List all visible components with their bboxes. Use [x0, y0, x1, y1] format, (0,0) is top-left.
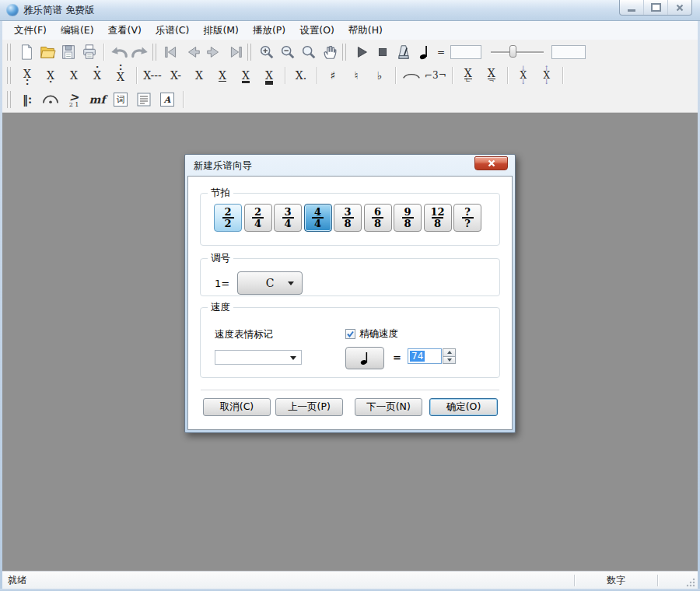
- redo-button[interactable]: [129, 42, 150, 62]
- tempo-value-field[interactable]: [450, 45, 481, 59]
- chevron-down-icon: [290, 356, 296, 360]
- dynamics-button[interactable]: mf: [86, 89, 109, 110]
- minimize-button[interactable]: [620, 0, 643, 15]
- metronome-button[interactable]: [393, 42, 414, 62]
- tempo-display-field[interactable]: [551, 45, 586, 59]
- dialog-separator: [201, 390, 499, 390]
- slur-button[interactable]: [400, 65, 423, 86]
- key-select[interactable]: C: [237, 271, 303, 295]
- menu-layout[interactable]: 排版(M): [196, 21, 246, 40]
- previous-page-button[interactable]: 上一页(P): [275, 398, 343, 416]
- print-icon: [81, 44, 98, 61]
- precise-tempo-checkbox[interactable]: [345, 329, 355, 339]
- next-page-button[interactable]: 下一页(N): [355, 398, 422, 416]
- tempo-expression-select[interactable]: [215, 350, 302, 365]
- print-button[interactable]: [79, 42, 100, 62]
- toolbar-separator: [452, 67, 453, 84]
- accent-button[interactable]: >2 1: [62, 89, 86, 110]
- octave-down-2-button[interactable]: X• •: [16, 65, 39, 86]
- toolbar-grip[interactable]: [7, 44, 11, 61]
- toolbar-grip[interactable]: [342, 44, 346, 61]
- quarter-note-button[interactable]: X: [187, 65, 211, 86]
- new-file-button[interactable]: [16, 42, 37, 62]
- beat-note-button[interactable]: [345, 347, 384, 369]
- menu-view[interactable]: 查看(V): [101, 21, 149, 40]
- first-page-icon: [163, 44, 180, 61]
- next-page-button[interactable]: [203, 42, 224, 62]
- time-sig-6-8[interactable]: 68: [364, 204, 392, 232]
- chevron-down-icon: [288, 282, 294, 285]
- save-button[interactable]: [58, 42, 79, 62]
- octave-up-1-button[interactable]: •X: [86, 65, 109, 86]
- half-note-button[interactable]: X-: [164, 65, 187, 86]
- dotted-note-button[interactable]: X.: [289, 65, 313, 86]
- eighth-note-button[interactable]: X: [211, 65, 234, 86]
- dialog-close-button[interactable]: [474, 156, 508, 170]
- font-button[interactable]: A: [156, 89, 179, 110]
- spin-down-button[interactable]: [443, 357, 456, 365]
- bpm-input[interactable]: 74: [408, 348, 442, 364]
- tempo-note-button[interactable]: [414, 42, 435, 62]
- octave-middle-button[interactable]: X: [62, 65, 86, 86]
- paragraph-button[interactable]: [132, 89, 156, 110]
- menu-file[interactable]: 文件(F): [7, 21, 54, 40]
- menu-score[interactable]: 乐谱(C): [149, 21, 196, 40]
- lyrics-icon: 词: [114, 93, 128, 107]
- spin-up-button[interactable]: [443, 348, 456, 357]
- new-file-icon: [18, 44, 35, 61]
- flat-button[interactable]: ♭: [368, 65, 391, 86]
- menu-play[interactable]: 播放(P): [246, 21, 292, 40]
- fermata-button[interactable]: [39, 89, 62, 110]
- toolbar-grip[interactable]: [7, 91, 11, 108]
- tempo-slider[interactable]: [491, 44, 544, 60]
- grace-note-before-button[interactable]: X∟: [457, 65, 480, 86]
- spinner-buttons: [443, 348, 456, 364]
- resize-grip[interactable]: [684, 576, 696, 588]
- zoom-out-button[interactable]: [277, 42, 298, 62]
- open-file-button[interactable]: [37, 42, 58, 62]
- lyrics-button[interactable]: 词: [109, 89, 132, 110]
- toolbar-grip[interactable]: [247, 44, 251, 61]
- pan-button[interactable]: [319, 42, 340, 62]
- cancel-button[interactable]: 取消(C): [203, 398, 271, 416]
- hand-icon: [321, 44, 338, 61]
- toolbar-grip[interactable]: [7, 67, 11, 84]
- stop-button[interactable]: [372, 42, 393, 62]
- whole-note-button[interactable]: X---: [141, 65, 164, 86]
- slur-icon: [402, 71, 421, 80]
- sixteenth-note-button[interactable]: X: [234, 65, 257, 86]
- close-button[interactable]: [667, 0, 691, 15]
- ok-button[interactable]: 确定(O): [429, 398, 498, 416]
- time-sig-2-4[interactable]: 24: [244, 204, 272, 232]
- menu-edit[interactable]: 编辑(E): [54, 21, 101, 40]
- repeat-sign-button[interactable]: ‖:: [16, 89, 39, 110]
- time-sig-custom[interactable]: ??: [453, 204, 481, 232]
- time-sig-9-8[interactable]: 98: [394, 204, 422, 232]
- maximize-button[interactable]: [643, 0, 667, 15]
- natural-button[interactable]: ♮: [345, 65, 368, 86]
- zoom-button[interactable]: [298, 42, 319, 62]
- transpose-down-button[interactable]: ↓X↓: [512, 65, 535, 86]
- triplet-button[interactable]: ⌐3¬: [423, 65, 448, 86]
- sharp-button[interactable]: ♯: [321, 65, 345, 86]
- last-page-button[interactable]: [224, 42, 245, 62]
- time-sig-12-8[interactable]: 128: [424, 204, 452, 232]
- first-page-button[interactable]: [161, 42, 182, 62]
- grace-note-after-button[interactable]: X¬: [480, 65, 503, 86]
- menu-help[interactable]: 帮助(H): [341, 21, 390, 40]
- time-sig-4-4-selected[interactable]: 44: [304, 204, 332, 232]
- transpose-up-button[interactable]: ↑X↓: [535, 65, 558, 86]
- octave-down-1-button[interactable]: X•: [39, 65, 62, 86]
- thirtysecond-note-button[interactable]: X: [257, 65, 281, 86]
- undo-button[interactable]: [108, 42, 129, 62]
- play-button[interactable]: [351, 42, 372, 62]
- time-sig-3-8[interactable]: 38: [334, 204, 362, 232]
- octave-up-2-button[interactable]: • •X: [109, 65, 132, 86]
- time-sig-3-4[interactable]: 34: [274, 204, 302, 232]
- menu-settings[interactable]: 设置(O): [292, 21, 341, 40]
- time-sig-2-2[interactable]: 22: [214, 204, 242, 232]
- prev-page-button[interactable]: [182, 42, 203, 62]
- toolbar-grip[interactable]: [152, 44, 156, 61]
- slider-thumb[interactable]: [509, 45, 516, 58]
- zoom-in-button[interactable]: [256, 42, 277, 62]
